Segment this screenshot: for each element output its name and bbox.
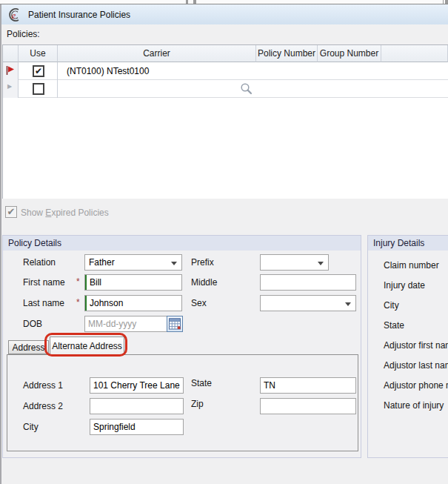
- last-name-field[interactable]: [84, 295, 182, 311]
- use-cell: [19, 80, 58, 98]
- injury-state-label: State: [384, 320, 404, 331]
- last-name-label: Last name: [23, 298, 64, 308]
- sex-dropdown[interactable]: [260, 295, 356, 311]
- use-checkbox[interactable]: [33, 83, 44, 95]
- injury-date-label: Injury date: [384, 280, 425, 291]
- window-edge-tick: [186, 0, 188, 4]
- state-field[interactable]: [260, 377, 356, 394]
- state-label: State: [191, 378, 212, 388]
- injury-details-panel: Injury Details Claim number Injury date …: [367, 235, 448, 458]
- tab-address[interactable]: Address: [8, 340, 49, 354]
- app-logo-icon: e: [5, 7, 23, 22]
- chevron-down-icon: [171, 262, 177, 265]
- zip-field[interactable]: [260, 398, 356, 414]
- policies-section-label: Policies:: [7, 29, 40, 39]
- injury-city-label: City: [384, 300, 399, 311]
- city-field[interactable]: [90, 419, 184, 435]
- use-cell: ✔: [19, 62, 58, 80]
- address1-label: Address 1: [23, 380, 63, 391]
- middle-name-field[interactable]: [260, 274, 356, 291]
- last-name-required-mark: *: [76, 297, 80, 308]
- nature-of-injury-label: Nature of injury: [384, 400, 444, 411]
- show-expired-label-pre: Show: [21, 208, 45, 218]
- grid-header-group-number[interactable]: Group Number: [318, 45, 381, 62]
- row-selector-cell[interactable]: [3, 62, 19, 80]
- carrier-search-icon[interactable]: [240, 82, 253, 96]
- window-edge-tick: [445, 0, 448, 4]
- claim-number-label: Claim number: [384, 260, 439, 271]
- chevron-down-icon: [318, 262, 324, 265]
- svg-text:e: e: [12, 9, 16, 20]
- first-name-label: First name: [23, 277, 65, 288]
- first-name-required-mark: *: [76, 276, 80, 287]
- current-row-flag-icon: [5, 65, 16, 76]
- grid-header-carrier[interactable]: Carrier: [58, 45, 256, 62]
- dob-calendar-button[interactable]: [167, 316, 183, 332]
- dialog-left-border: [0, 4, 1, 484]
- show-expired-label-post: xpired Policies: [51, 208, 108, 218]
- window-edge-tick: [193, 0, 196, 4]
- show-expired-checkbox[interactable]: ✔: [5, 206, 17, 218]
- grid-header-extra: [381, 45, 448, 62]
- grid-header-policy-number[interactable]: Policy Number: [256, 45, 318, 62]
- grid-header-selector: [3, 45, 19, 62]
- prefix-label: Prefix: [191, 257, 214, 268]
- dialog-title-bar: e Patient Insurance Policies: [0, 4, 448, 24]
- table-row[interactable]: ▶: [3, 80, 448, 98]
- policy-details-title: Policy Details: [3, 236, 361, 251]
- grid-header-use[interactable]: Use: [19, 45, 58, 62]
- address2-field[interactable]: [90, 398, 184, 414]
- adjustor-last-name-label: Adjustor last name: [384, 360, 448, 371]
- calendar-icon: [169, 318, 181, 330]
- chevron-down-icon: [345, 302, 351, 306]
- first-name-field[interactable]: [84, 274, 182, 291]
- address2-label: Address 2: [23, 401, 63, 411]
- zip-label: Zip: [191, 399, 204, 409]
- dob-field[interactable]: [84, 316, 167, 332]
- relation-dropdown[interactable]: Father: [84, 254, 182, 271]
- middle-name-label: Middle: [191, 277, 217, 288]
- window-edge-tick: [443, 0, 444, 4]
- show-expired-label: Show Expired Policies: [21, 208, 109, 218]
- address1-field[interactable]: [90, 377, 184, 394]
- table-row[interactable]: ✔ (NT0100) NTest0100: [3, 62, 448, 80]
- row-selector-cell[interactable]: ▶: [3, 80, 19, 98]
- use-checkbox[interactable]: ✔: [33, 65, 44, 77]
- dob-label: DOB: [23, 319, 42, 329]
- relation-value: Father: [89, 257, 115, 268]
- adjustor-phone-label: Adjustor phone nu: [384, 380, 448, 391]
- sex-label: Sex: [191, 298, 207, 308]
- policies-grid: Use Carrier Policy Number Group Number ✔…: [2, 44, 448, 199]
- relation-label: Relation: [23, 257, 56, 268]
- carrier-cell[interactable]: (NT0100) NTest0100: [67, 62, 149, 80]
- injury-details-title: Injury Details: [368, 236, 448, 251]
- annotation-highlight-ring: [44, 333, 127, 357]
- prefix-dropdown[interactable]: [260, 254, 329, 271]
- dialog-title: Patient Insurance Policies: [28, 10, 130, 20]
- city-label: City: [23, 422, 39, 432]
- adjustor-first-name-label: Adjustor first name: [384, 340, 448, 351]
- row-arrow-icon: ▶: [7, 83, 12, 90]
